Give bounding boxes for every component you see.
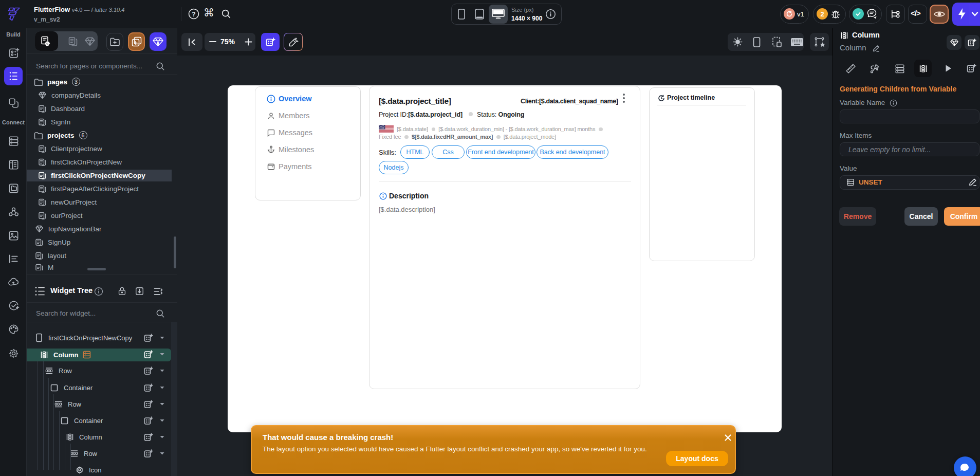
svg-text:?: ? <box>192 11 195 18</box>
